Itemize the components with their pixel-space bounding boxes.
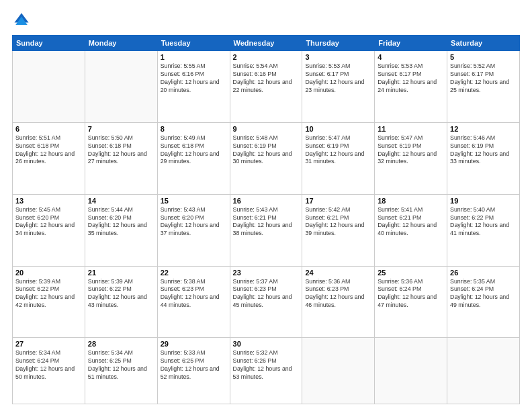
day-number: 20 [15, 269, 82, 277]
calendar-day-cell: 19Sunrise: 5:40 AM Sunset: 6:22 PM Dayli… [447, 194, 520, 266]
calendar-day-cell [302, 338, 375, 404]
calendar-day-cell: 27Sunrise: 5:34 AM Sunset: 6:24 PM Dayli… [13, 338, 85, 404]
day-number: 21 [88, 269, 154, 277]
weekday-header-cell: Wednesday [230, 36, 302, 51]
day-number: 6 [15, 125, 82, 133]
weekday-header-cell: Friday [375, 36, 447, 51]
calendar-week-row: 1Sunrise: 5:55 AM Sunset: 6:16 PM Daylig… [13, 51, 520, 123]
day-number: 11 [378, 125, 444, 133]
weekday-header-row: SundayMondayTuesdayWednesdayThursdayFrid… [13, 36, 520, 51]
calendar-day-cell: 25Sunrise: 5:36 AM Sunset: 6:24 PM Dayli… [375, 266, 447, 338]
calendar-day-cell: 28Sunrise: 5:34 AM Sunset: 6:25 PM Dayli… [85, 338, 157, 404]
calendar-day-cell: 12Sunrise: 5:46 AM Sunset: 6:19 PM Dayli… [447, 122, 520, 194]
day-number: 17 [305, 197, 371, 205]
weekday-header-cell: Sunday [13, 36, 85, 51]
day-info: Sunrise: 5:46 AM Sunset: 6:19 PM Dayligh… [450, 134, 517, 167]
calendar-day-cell: 29Sunrise: 5:33 AM Sunset: 6:25 PM Dayli… [157, 338, 230, 404]
calendar-day-cell [375, 338, 447, 404]
weekday-header-cell: Monday [85, 36, 157, 51]
day-number: 28 [88, 340, 154, 348]
day-info: Sunrise: 5:37 AM Sunset: 6:23 PM Dayligh… [233, 278, 300, 310]
day-number: 16 [233, 197, 300, 205]
day-info: Sunrise: 5:45 AM Sunset: 6:20 PM Dayligh… [15, 206, 82, 238]
day-number: 27 [15, 340, 82, 348]
day-number: 22 [161, 269, 227, 277]
calendar-day-cell: 5Sunrise: 5:52 AM Sunset: 6:17 PM Daylig… [447, 51, 520, 123]
calendar-day-cell: 14Sunrise: 5:44 AM Sunset: 6:20 PM Dayli… [85, 194, 157, 266]
calendar-day-cell: 21Sunrise: 5:39 AM Sunset: 6:22 PM Dayli… [85, 266, 157, 338]
day-info: Sunrise: 5:53 AM Sunset: 6:17 PM Dayligh… [305, 62, 371, 95]
day-number: 13 [15, 197, 82, 205]
day-info: Sunrise: 5:55 AM Sunset: 6:16 PM Dayligh… [161, 62, 227, 95]
calendar-day-cell: 11Sunrise: 5:47 AM Sunset: 6:19 PM Dayli… [375, 122, 447, 194]
day-info: Sunrise: 5:36 AM Sunset: 6:23 PM Dayligh… [305, 278, 371, 310]
day-number: 23 [233, 269, 300, 277]
logo [12, 11, 34, 30]
day-info: Sunrise: 5:34 AM Sunset: 6:25 PM Dayligh… [88, 349, 154, 381]
day-number: 19 [450, 197, 517, 205]
calendar-day-cell: 2Sunrise: 5:54 AM Sunset: 6:16 PM Daylig… [230, 51, 302, 123]
calendar-day-cell: 1Sunrise: 5:55 AM Sunset: 6:16 PM Daylig… [157, 51, 230, 123]
calendar-week-row: 13Sunrise: 5:45 AM Sunset: 6:20 PM Dayli… [13, 194, 520, 266]
weekday-header-cell: Tuesday [157, 36, 230, 51]
calendar-day-cell: 9Sunrise: 5:48 AM Sunset: 6:19 PM Daylig… [230, 122, 302, 194]
calendar-day-cell: 7Sunrise: 5:50 AM Sunset: 6:18 PM Daylig… [85, 122, 157, 194]
day-number: 4 [378, 53, 444, 61]
calendar-day-cell: 24Sunrise: 5:36 AM Sunset: 6:23 PM Dayli… [302, 266, 375, 338]
day-number: 7 [88, 125, 154, 133]
day-number: 2 [233, 53, 300, 61]
calendar-day-cell [13, 51, 85, 123]
day-number: 15 [161, 197, 227, 205]
day-info: Sunrise: 5:40 AM Sunset: 6:22 PM Dayligh… [450, 206, 517, 238]
day-info: Sunrise: 5:43 AM Sunset: 6:21 PM Dayligh… [233, 206, 300, 238]
logo-icon [12, 11, 31, 30]
day-info: Sunrise: 5:47 AM Sunset: 6:19 PM Dayligh… [378, 134, 444, 167]
day-info: Sunrise: 5:33 AM Sunset: 6:25 PM Dayligh… [161, 349, 227, 381]
day-number: 14 [88, 197, 154, 205]
day-info: Sunrise: 5:34 AM Sunset: 6:24 PM Dayligh… [15, 349, 82, 381]
day-info: Sunrise: 5:48 AM Sunset: 6:19 PM Dayligh… [233, 134, 300, 167]
day-number: 25 [378, 269, 444, 277]
calendar-day-cell: 4Sunrise: 5:53 AM Sunset: 6:17 PM Daylig… [375, 51, 447, 123]
day-number: 30 [233, 340, 300, 348]
day-info: Sunrise: 5:42 AM Sunset: 6:21 PM Dayligh… [305, 206, 371, 238]
day-info: Sunrise: 5:47 AM Sunset: 6:19 PM Dayligh… [305, 134, 371, 167]
calendar-day-cell: 16Sunrise: 5:43 AM Sunset: 6:21 PM Dayli… [230, 194, 302, 266]
day-number: 1 [161, 53, 227, 61]
day-info: Sunrise: 5:38 AM Sunset: 6:23 PM Dayligh… [161, 278, 227, 310]
calendar-day-cell: 20Sunrise: 5:39 AM Sunset: 6:22 PM Dayli… [13, 266, 85, 338]
day-info: Sunrise: 5:49 AM Sunset: 6:18 PM Dayligh… [161, 134, 227, 167]
day-info: Sunrise: 5:53 AM Sunset: 6:17 PM Dayligh… [378, 62, 444, 95]
weekday-header-cell: Saturday [447, 36, 520, 51]
day-info: Sunrise: 5:54 AM Sunset: 6:16 PM Dayligh… [233, 62, 300, 95]
day-number: 24 [305, 269, 371, 277]
page: SundayMondayTuesdayWednesdayThursdayFrid… [0, 0, 532, 411]
day-info: Sunrise: 5:32 AM Sunset: 6:26 PM Dayligh… [233, 349, 300, 381]
day-info: Sunrise: 5:50 AM Sunset: 6:18 PM Dayligh… [88, 134, 154, 167]
calendar-day-cell: 15Sunrise: 5:43 AM Sunset: 6:20 PM Dayli… [157, 194, 230, 266]
day-number: 26 [450, 269, 517, 277]
day-info: Sunrise: 5:36 AM Sunset: 6:24 PM Dayligh… [378, 278, 444, 310]
calendar-day-cell: 17Sunrise: 5:42 AM Sunset: 6:21 PM Dayli… [302, 194, 375, 266]
day-number: 3 [305, 53, 371, 61]
day-info: Sunrise: 5:39 AM Sunset: 6:22 PM Dayligh… [88, 278, 154, 310]
calendar-week-row: 27Sunrise: 5:34 AM Sunset: 6:24 PM Dayli… [13, 338, 520, 404]
day-number: 5 [450, 53, 517, 61]
day-info: Sunrise: 5:52 AM Sunset: 6:17 PM Dayligh… [450, 62, 517, 95]
day-number: 8 [161, 125, 227, 133]
day-info: Sunrise: 5:39 AM Sunset: 6:22 PM Dayligh… [15, 278, 82, 310]
day-info: Sunrise: 5:35 AM Sunset: 6:24 PM Dayligh… [450, 278, 517, 310]
day-number: 29 [161, 340, 227, 348]
day-number: 18 [378, 197, 444, 205]
calendar-day-cell: 3Sunrise: 5:53 AM Sunset: 6:17 PM Daylig… [302, 51, 375, 123]
calendar-day-cell [85, 51, 157, 123]
calendar-day-cell: 6Sunrise: 5:51 AM Sunset: 6:18 PM Daylig… [13, 122, 85, 194]
day-number: 9 [233, 125, 300, 133]
calendar-day-cell: 10Sunrise: 5:47 AM Sunset: 6:19 PM Dayli… [302, 122, 375, 194]
day-number: 12 [450, 125, 517, 133]
header [12, 11, 520, 30]
calendar-day-cell: 26Sunrise: 5:35 AM Sunset: 6:24 PM Dayli… [447, 266, 520, 338]
day-info: Sunrise: 5:44 AM Sunset: 6:20 PM Dayligh… [88, 206, 154, 238]
calendar-week-row: 20Sunrise: 5:39 AM Sunset: 6:22 PM Dayli… [13, 266, 520, 338]
calendar-day-cell: 23Sunrise: 5:37 AM Sunset: 6:23 PM Dayli… [230, 266, 302, 338]
